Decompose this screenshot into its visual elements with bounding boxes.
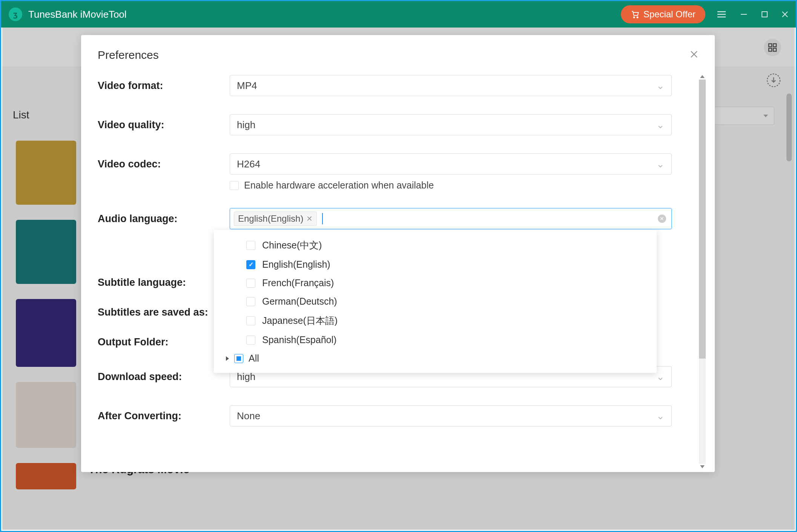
remove-tag-icon[interactable]: ✕ bbox=[306, 214, 313, 223]
audio-language-multiselect[interactable]: English(English) ✕ ✕ bbox=[230, 208, 672, 229]
tag-label: English(English) bbox=[238, 213, 303, 224]
chevron-down-icon: ⌄ bbox=[656, 371, 665, 383]
hw-accel-row: Enable hardware acceleration when availa… bbox=[230, 180, 698, 191]
special-offer-label: Special Offer bbox=[643, 9, 696, 20]
audio-language-row: Audio language: English(English) ✕ ✕ bbox=[98, 208, 698, 229]
modal-title: Preferences bbox=[98, 49, 159, 61]
chevron-down-icon: ⌄ bbox=[656, 410, 665, 422]
caret-right-icon bbox=[226, 356, 229, 361]
video-format-select[interactable]: MP4 ⌄ bbox=[230, 75, 672, 96]
after-converting-select[interactable]: None ⌄ bbox=[230, 405, 672, 426]
special-offer-button[interactable]: Special Offer bbox=[621, 5, 705, 23]
preferences-modal: Preferences Video format: MP4 ⌄ Video qu… bbox=[81, 35, 715, 472]
dropdown-option-label: Chinese(中文) bbox=[262, 239, 322, 251]
dropdown-checkbox-partial[interactable] bbox=[234, 354, 243, 363]
video-quality-row: Video quality: high ⌄ bbox=[98, 114, 698, 135]
dropdown-checkbox[interactable] bbox=[246, 316, 255, 325]
download-speed-label: Download speed: bbox=[98, 371, 230, 383]
modal-close-button[interactable] bbox=[690, 50, 698, 60]
dropdown-option-label: German(Deutsch) bbox=[262, 296, 337, 307]
svg-point-1 bbox=[637, 17, 638, 18]
dropdown-checkbox[interactable] bbox=[246, 260, 255, 269]
dropdown-checkbox[interactable] bbox=[246, 336, 255, 345]
scroll-down-arrow[interactable] bbox=[700, 465, 705, 468]
app-icon: ʒ bbox=[9, 8, 22, 21]
dropdown-option-french[interactable]: French(Français) bbox=[214, 274, 657, 292]
scroll-thumb[interactable] bbox=[699, 80, 706, 359]
selected-tag: English(English) ✕ bbox=[234, 212, 317, 226]
dropdown-checkbox[interactable] bbox=[246, 241, 255, 250]
after-converting-label: After Converting: bbox=[98, 410, 230, 422]
audio-language-label: Audio language: bbox=[98, 213, 230, 225]
scroll-track[interactable] bbox=[699, 80, 706, 464]
cart-icon bbox=[631, 10, 640, 19]
dropdown-all-label: All bbox=[249, 353, 259, 364]
dropdown-option-german[interactable]: German(Deutsch) bbox=[214, 292, 657, 311]
modal-body: Video format: MP4 ⌄ Video quality: high … bbox=[81, 71, 715, 472]
video-quality-value: high bbox=[237, 119, 255, 131]
dropdown-option-japanese[interactable]: Japanese(日本語) bbox=[214, 311, 657, 331]
clear-selection-button[interactable]: ✕ bbox=[658, 215, 666, 223]
chevron-down-icon: ⌄ bbox=[656, 119, 665, 131]
video-codec-value: H264 bbox=[237, 158, 260, 170]
chevron-down-icon: ⌄ bbox=[656, 80, 665, 92]
svg-point-0 bbox=[633, 17, 634, 18]
dropdown-option-english[interactable]: English(English) bbox=[214, 255, 657, 274]
dropdown-option-label: Spanish(Español) bbox=[262, 334, 336, 345]
dropdown-checkbox[interactable] bbox=[246, 279, 255, 288]
dropdown-option-spanish[interactable]: Spanish(Español) bbox=[214, 331, 657, 349]
after-converting-row: After Converting: None ⌄ bbox=[98, 405, 698, 426]
dropdown-checkbox[interactable] bbox=[246, 297, 255, 306]
dropdown-option-chinese[interactable]: Chinese(中文) bbox=[214, 235, 657, 255]
hamburger-menu-icon[interactable] bbox=[717, 11, 726, 18]
video-codec-select[interactable]: H264 ⌄ bbox=[230, 153, 672, 175]
output-folder-label: Output Folder: bbox=[98, 336, 230, 348]
text-cursor bbox=[322, 213, 323, 224]
dropdown-option-label: French(Français) bbox=[262, 277, 334, 288]
video-format-label: Video format: bbox=[98, 80, 230, 92]
video-format-row: Video format: MP4 ⌄ bbox=[98, 75, 698, 96]
video-codec-label: Video codec: bbox=[98, 158, 230, 170]
dropdown-option-label: English(English) bbox=[262, 259, 330, 270]
hw-accel-label: Enable hardware acceleration when availa… bbox=[244, 180, 434, 191]
video-quality-label: Video quality: bbox=[98, 119, 230, 131]
titlebar: ʒ TunesBank iMovieTool Special Offer bbox=[1, 1, 796, 28]
video-quality-select[interactable]: high ⌄ bbox=[230, 114, 672, 135]
chevron-down-icon: ⌄ bbox=[656, 158, 665, 170]
subtitle-language-label: Subtitle language: bbox=[98, 277, 230, 288]
audio-language-dropdown: Chinese(中文) English(English) French(Fran… bbox=[214, 230, 657, 373]
modal-scrollbar[interactable] bbox=[699, 75, 706, 468]
svg-rect-6 bbox=[762, 12, 767, 17]
scroll-up-arrow[interactable] bbox=[700, 75, 705, 78]
hw-accel-checkbox[interactable] bbox=[230, 181, 239, 190]
video-codec-row: Video codec: H264 ⌄ bbox=[98, 153, 698, 175]
dropdown-option-all[interactable]: All bbox=[214, 349, 657, 368]
close-window-button[interactable] bbox=[782, 11, 788, 18]
window-controls bbox=[717, 11, 788, 18]
modal-header: Preferences bbox=[81, 35, 715, 71]
subtitles-saved-label: Subtitles are saved as: bbox=[98, 307, 230, 318]
maximize-button[interactable] bbox=[761, 11, 768, 18]
video-format-value: MP4 bbox=[237, 80, 257, 92]
dropdown-option-label: Japanese(日本語) bbox=[262, 314, 338, 327]
after-converting-value: None bbox=[237, 410, 260, 422]
minimize-button[interactable] bbox=[740, 11, 748, 18]
app-title: TunesBank iMovieTool bbox=[28, 9, 621, 20]
